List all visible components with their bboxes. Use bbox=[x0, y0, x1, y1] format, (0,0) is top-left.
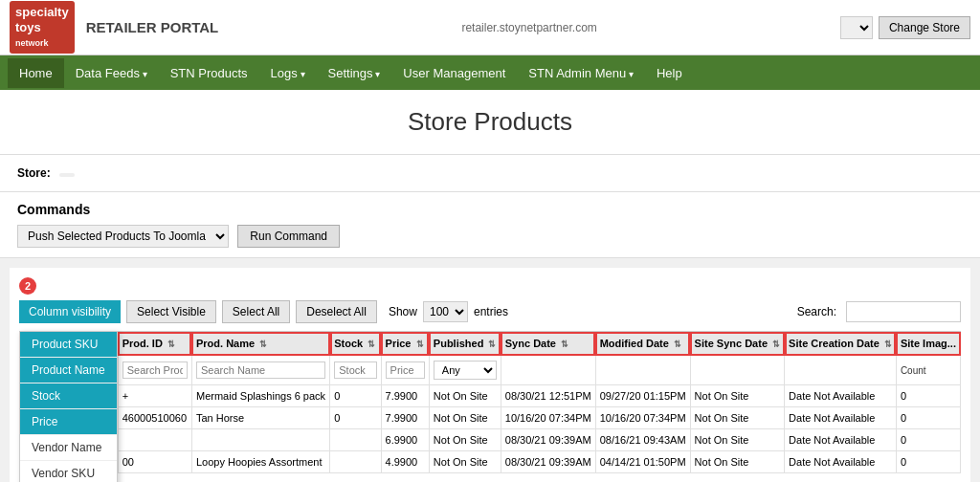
run-command-button[interactable]: Run Command bbox=[237, 225, 340, 248]
col-price[interactable]: Price ⇅ bbox=[381, 332, 429, 356]
logo-line1: specialty bbox=[15, 5, 69, 19]
col-panel-item[interactable]: Product Name bbox=[20, 358, 117, 383]
cell-site-image: 0 bbox=[896, 451, 960, 473]
filter-prod-name[interactable] bbox=[191, 356, 329, 385]
nav-settings[interactable]: Settings bbox=[317, 58, 392, 88]
nav-logs[interactable]: Logs bbox=[259, 58, 317, 88]
cell-modified-date: 08/16/21 09:43AM bbox=[595, 429, 690, 451]
logo: specialty toys network bbox=[10, 1, 75, 54]
cell-prod-id: + bbox=[118, 385, 191, 407]
cell-price: 4.9900 bbox=[381, 451, 429, 473]
col-panel-item[interactable]: Product SKU bbox=[20, 332, 117, 358]
cell-site-creation-date: Date Not Available bbox=[785, 451, 897, 473]
search-label: Search: bbox=[797, 305, 836, 318]
toolbar-row: Column visibility Select Visible Select … bbox=[19, 300, 961, 323]
store-select[interactable] bbox=[840, 16, 873, 39]
cell-price: 7.9900 bbox=[381, 385, 429, 407]
entries-label: entries bbox=[474, 305, 508, 318]
cell-sync-date: 08/30/21 09:39AM bbox=[501, 451, 595, 473]
col-site-image[interactable]: Site Imag... bbox=[896, 332, 960, 356]
store-name bbox=[59, 173, 75, 177]
cell-prod-id: 00 bbox=[118, 451, 191, 473]
col-panel-item[interactable]: Price bbox=[20, 409, 117, 435]
show-entries-select[interactable]: 10 25 50 100 bbox=[423, 301, 468, 322]
filter-stock[interactable] bbox=[330, 356, 381, 385]
change-store-button[interactable]: Change Store bbox=[879, 16, 970, 39]
col-sync-date[interactable]: Sync Date ⇅ bbox=[501, 332, 595, 356]
col-modified-date[interactable]: Modified Date ⇅ bbox=[595, 332, 690, 356]
col-site-creation-date[interactable]: Site Creation Date ⇅ bbox=[785, 332, 897, 356]
nav-user-management[interactable]: User Management bbox=[391, 58, 517, 88]
nav: Home Data Feeds STN Products Logs Settin… bbox=[0, 55, 980, 90]
cell-prod-name bbox=[191, 429, 329, 451]
cell-stock bbox=[330, 451, 381, 473]
filter-stock-input[interactable] bbox=[334, 362, 376, 379]
filter-price[interactable] bbox=[381, 356, 429, 385]
portal-label: RETAILER PORTAL bbox=[86, 19, 219, 35]
nav-help[interactable]: Help bbox=[645, 58, 694, 88]
table-outer: Product SKUProduct NameStockPriceVendor … bbox=[19, 331, 961, 482]
cell-prod-name: Tan Horse bbox=[191, 407, 329, 429]
table-wrapper: Prod. ID ⇅ Prod. Name ⇅ Stock ⇅ Price ⇅ … bbox=[118, 331, 961, 482]
filter-row: Any Published Unpublished Count bbox=[118, 356, 960, 385]
column-visibility-button[interactable]: Column visibility bbox=[19, 300, 121, 323]
cell-site-creation-date: Date Not Available bbox=[785, 407, 897, 429]
filter-prod-name-input[interactable] bbox=[196, 362, 325, 379]
filter-prod-id-input[interactable] bbox=[122, 362, 188, 379]
filter-published-select[interactable]: Any Published Unpublished bbox=[434, 361, 497, 380]
cell-stock: 0 bbox=[330, 407, 381, 429]
col-panel-item[interactable]: Vendor SKU bbox=[20, 461, 117, 482]
filter-price-input[interactable] bbox=[386, 362, 425, 379]
col-prod-id[interactable]: Prod. ID ⇅ bbox=[118, 332, 191, 356]
logo-line2: toys bbox=[15, 20, 41, 34]
logo-line3: network bbox=[15, 38, 49, 48]
logo-area: specialty toys network RETAILER PORTAL bbox=[10, 1, 218, 54]
select-all-button[interactable]: Select All bbox=[222, 300, 290, 323]
table-row: 6.9900 Not On Site 08/30/21 09:39AM 08/1… bbox=[118, 429, 960, 451]
cell-published: Not On Site bbox=[429, 451, 501, 473]
cell-prod-name: Loopy Hoopies Assortment bbox=[191, 451, 329, 473]
cell-site-image: 0 bbox=[896, 429, 960, 451]
filter-published[interactable]: Any Published Unpublished bbox=[429, 356, 501, 385]
cell-modified-date: 04/14/21 01:50PM bbox=[595, 451, 690, 473]
col-panel-item[interactable]: Stock bbox=[20, 383, 117, 409]
header: specialty toys network RETAILER PORTAL r… bbox=[0, 0, 980, 55]
deselect-all-button[interactable]: Deselect All bbox=[296, 300, 377, 323]
col-stock[interactable]: Stock ⇅ bbox=[330, 332, 381, 356]
cell-published: Not On Site bbox=[429, 385, 501, 407]
table-row: + Mermaid Splashings 6 pack 0 7.9900 Not… bbox=[118, 385, 960, 407]
command-select[interactable]: Push Selected Products To Joomla bbox=[17, 225, 229, 248]
select-visible-button[interactable]: Select Visible bbox=[126, 300, 216, 323]
nav-stn-admin-menu[interactable]: STN Admin Menu bbox=[517, 58, 645, 88]
cell-published: Not On Site bbox=[429, 407, 501, 429]
cell-site-sync-date: Not On Site bbox=[690, 385, 784, 407]
col-published[interactable]: Published ⇅ bbox=[429, 332, 501, 356]
nav-data-feeds[interactable]: Data Feeds bbox=[64, 58, 159, 88]
filter-count: Count bbox=[896, 356, 960, 385]
cell-site-sync-date: Not On Site bbox=[690, 407, 784, 429]
table-row: 46000510060 Tan Horse 0 7.9900 Not On Si… bbox=[118, 407, 960, 429]
col-site-sync-date[interactable]: Site Sync Date ⇅ bbox=[690, 332, 784, 356]
cell-modified-date: 10/16/20 07:34PM bbox=[595, 407, 690, 429]
col-panel-item[interactable]: Vendor Name bbox=[20, 435, 117, 461]
commands-area: Commands Push Selected Products To Jooml… bbox=[0, 192, 980, 258]
table-row: 00 Loopy Hoopies Assortment 4.9900 Not O… bbox=[118, 451, 960, 473]
filter-prod-id[interactable] bbox=[118, 356, 191, 385]
cell-published: Not On Site bbox=[429, 429, 501, 451]
cell-site-image: 0 bbox=[896, 385, 960, 407]
product-table: Prod. ID ⇅ Prod. Name ⇅ Stock ⇅ Price ⇅ … bbox=[118, 331, 961, 473]
retailer-url: retailer.stoynetpartner.com bbox=[218, 21, 840, 34]
page-title-area: Store Products bbox=[0, 90, 980, 155]
cell-site-sync-date: Not On Site bbox=[690, 429, 784, 451]
cell-modified-date: 09/27/20 01:15PM bbox=[595, 385, 690, 407]
cell-site-sync-date: Not On Site bbox=[690, 451, 784, 473]
nav-stn-products[interactable]: STN Products bbox=[159, 58, 259, 88]
store-selector-area: Change Store bbox=[840, 16, 970, 39]
col-prod-name[interactable]: Prod. Name ⇅ bbox=[191, 332, 329, 356]
column-panel: Product SKUProduct NameStockPriceVendor … bbox=[19, 331, 118, 482]
nav-home[interactable]: Home bbox=[8, 58, 64, 88]
cell-prod-id: 46000510060 bbox=[118, 407, 191, 429]
store-info: Store: bbox=[0, 155, 980, 192]
search-input[interactable] bbox=[846, 301, 961, 322]
cell-site-creation-date: Date Not Available bbox=[785, 385, 897, 407]
